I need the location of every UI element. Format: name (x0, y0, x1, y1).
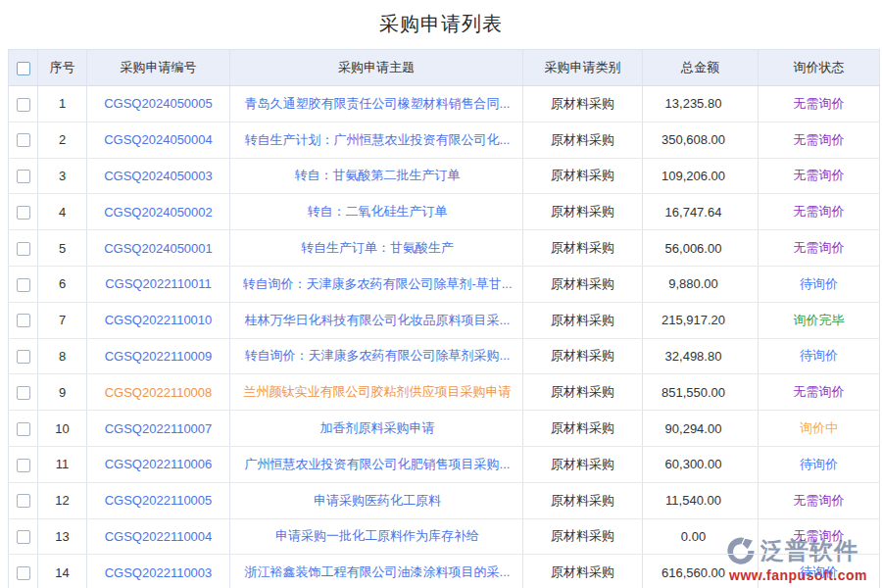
row-request-number-link[interactable]: CGSQ2024050003 (104, 169, 213, 183)
row-checkbox[interactable] (17, 98, 30, 112)
row-checkbox-cell (9, 302, 38, 338)
row-subject-link[interactable]: 转自生产计划：广州恒慧农业投资有限公司化... (245, 132, 511, 147)
row-request-number-link[interactable]: CGSQ2024050005 (104, 96, 213, 111)
row-status: 待询价 (759, 338, 880, 374)
row-subject-link[interactable]: 申请采购一批化工原料作为库存补给 (275, 528, 479, 543)
row-request-number-link[interactable]: CGSQ2024050004 (104, 132, 213, 147)
row-subject-link[interactable]: 转自生产订单：甘氨酸生产 (301, 240, 454, 255)
row-serial: 1 (38, 86, 87, 122)
row-category: 原材料采购 (523, 374, 643, 411)
row-amount: 9,880.00 (643, 266, 759, 302)
row-checkbox[interactable] (17, 170, 30, 183)
row-subject-link[interactable]: 转自：二氧化硅生产订单 (308, 204, 448, 219)
row-request-number-link[interactable]: CGSQ2022110008 (105, 385, 213, 400)
row-checkbox[interactable] (17, 530, 30, 544)
table-row: 11 CGSQ2022110006 广州恒慧农业投资有限公司化肥销售项目采购..… (9, 446, 880, 482)
row-serial: 6 (38, 266, 87, 302)
row-subject-link[interactable]: 桂林万华日化科技有限公司化妆品原料项目采... (245, 313, 511, 327)
row-amount: 56,006.00 (643, 230, 759, 267)
row-checkbox[interactable] (17, 242, 30, 256)
row-request-number-link[interactable]: CGSQ2024050002 (104, 205, 213, 220)
row-checkbox-cell (9, 482, 38, 518)
table-row: 6 CGSQ2022110011 转自询价：天津康多农药有限公司除草剂-草甘..… (9, 266, 880, 302)
row-category: 原材料采购 (523, 194, 643, 230)
row-request-number-link[interactable]: CGSQ2022110006 (105, 457, 213, 471)
header-inquiry-status: 询价状态 (759, 50, 880, 86)
row-checkbox[interactable] (17, 133, 30, 147)
row-amount: 90,294.00 (643, 411, 759, 447)
row-serial: 11 (38, 446, 87, 482)
row-request-number-link[interactable]: CGSQ2022110004 (105, 529, 213, 544)
row-serial: 14 (38, 555, 87, 588)
row-subject-link[interactable]: 转自：甘氨酸第二批生产订单 (295, 168, 461, 182)
row-checkbox-cell (9, 158, 38, 194)
row-subject-link[interactable]: 转自询价：天津康多农药有限公司除草剂采购... (245, 348, 511, 363)
header-request-number: 采购申请编号 (87, 50, 230, 86)
row-subject-link[interactable]: 广州恒慧农业投资有限公司化肥销售项目采购... (245, 457, 511, 471)
row-status: 询价完毕 (759, 302, 880, 338)
row-checkbox[interactable] (17, 566, 30, 580)
row-request-number-link[interactable]: CGSQ2022110007 (105, 421, 213, 436)
row-serial: 10 (38, 411, 87, 447)
table-row: 7 CGSQ2022110010 桂林万华日化科技有限公司化妆品原料项目采...… (9, 302, 880, 338)
row-amount: 350,608.00 (643, 122, 759, 158)
row-request-number-link[interactable]: CGSQ2022110010 (105, 313, 213, 327)
row-request-number-link[interactable]: CGSQ2022110003 (105, 565, 213, 580)
row-serial: 5 (38, 230, 87, 267)
row-status: 无需询价 (759, 230, 880, 267)
row-status: 无需询价 (759, 158, 880, 194)
row-serial: 7 (38, 302, 87, 338)
row-checkbox[interactable] (17, 206, 30, 220)
row-request-number-link[interactable]: CGSQ2022110005 (105, 493, 213, 508)
row-checkbox[interactable] (17, 278, 30, 292)
row-checkbox-cell (9, 446, 38, 482)
row-checkbox[interactable] (17, 386, 30, 400)
row-serial: 4 (38, 194, 87, 230)
row-subject-link[interactable]: 浙江裕鑫装饰工程有限公司油漆涂料项目的采... (245, 564, 511, 579)
row-serial: 12 (38, 482, 87, 518)
row-checkbox[interactable] (17, 422, 30, 436)
header-category: 采购申请类别 (523, 50, 643, 86)
purchase-request-table-container: 序号 采购申请编号 采购申请主题 采购申请类别 总金额 询价状态 1 CGSQ2… (0, 49, 882, 588)
row-subject-link[interactable]: 转自询价：天津康多农药有限公司除草剂-草甘... (242, 276, 512, 291)
row-amount: 851,550.00 (643, 374, 759, 411)
row-category: 原材料采购 (523, 338, 643, 374)
header-serial: 序号 (38, 50, 87, 86)
row-checkbox[interactable] (17, 350, 30, 364)
purchase-request-table: 序号 采购申请编号 采购申请主题 采购申请类别 总金额 询价状态 1 CGSQ2… (8, 49, 880, 588)
row-status: 无需询价 (759, 482, 880, 518)
row-amount: 616,560.00 (643, 555, 759, 588)
header-total-amount: 总金额 (643, 50, 759, 86)
row-category: 原材料采购 (523, 518, 643, 555)
row-checkbox-cell (9, 194, 38, 230)
row-request-number-link[interactable]: CGSQ2022110009 (105, 349, 213, 364)
table-row: 14 CGSQ2022110003 浙江裕鑫装饰工程有限公司油漆涂料项目的采..… (9, 555, 880, 588)
header-select-all-cell (9, 50, 38, 86)
row-request-number-link[interactable]: CGSQ2024050001 (104, 241, 213, 256)
row-serial: 13 (38, 518, 87, 555)
row-subject-link[interactable]: 加香剂原料采购申请 (320, 420, 435, 435)
row-request-number-link[interactable]: CGSQ2022110011 (105, 276, 212, 291)
row-checkbox-cell (9, 518, 38, 555)
table-row: 3 CGSQ2024050003 转自：甘氨酸第二批生产订单 原材料采购 109… (9, 158, 880, 194)
row-status: 无需询价 (759, 86, 880, 122)
table-header-row: 序号 采购申请编号 采购申请主题 采购申请类别 总金额 询价状态 (9, 50, 880, 86)
row-status: 无需询价 (759, 194, 880, 230)
row-category: 原材料采购 (523, 555, 643, 588)
table-row: 1 CGSQ2024050005 青岛久通塑胶有限责任公司橡塑材料销售合同...… (9, 86, 880, 122)
row-checkbox-cell (9, 266, 38, 302)
row-category: 原材料采购 (523, 446, 643, 482)
table-row: 8 CGSQ2022110009 转自询价：天津康多农药有限公司除草剂采购...… (9, 338, 880, 374)
table-row: 5 CGSQ2024050001 转自生产订单：甘氨酸生产 原材料采购 56,0… (9, 230, 880, 267)
row-checkbox[interactable] (17, 494, 30, 508)
select-all-checkbox[interactable] (17, 62, 30, 75)
row-subject-link[interactable]: 申请采购医药化工原料 (314, 493, 441, 508)
row-subject-link[interactable]: 兰州颜钛实业有限公司胶粘剂供应项目采购申请 (244, 384, 512, 399)
table-row: 2 CGSQ2024050004 转自生产计划：广州恒慧农业投资有限公司化...… (9, 122, 880, 158)
row-checkbox[interactable] (17, 459, 30, 472)
row-amount: 11,540.00 (643, 482, 759, 518)
header-subject: 采购申请主题 (230, 50, 523, 86)
row-subject-link[interactable]: 青岛久通塑胶有限责任公司橡塑材料销售合同... (245, 96, 511, 111)
row-amount: 215,917.20 (643, 302, 759, 338)
row-checkbox[interactable] (17, 314, 30, 327)
